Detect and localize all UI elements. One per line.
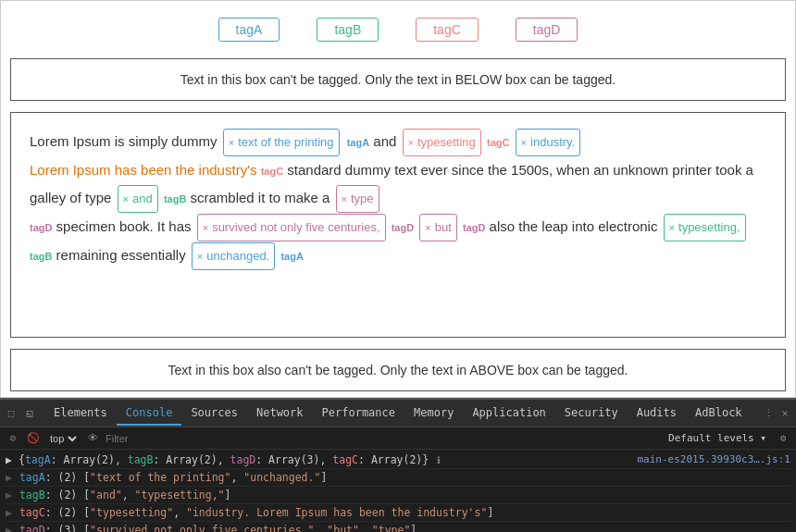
chip-d-type[interactable]: ×type bbox=[336, 185, 379, 213]
context-selector[interactable]: top bbox=[46, 432, 80, 445]
devtools-tabs: ⬚ ◱ Elements Console Sources Network Per… bbox=[0, 400, 796, 427]
devtools-responsive-icon[interactable]: ◱ bbox=[22, 406, 37, 421]
chip-d-but[interactable]: ×but bbox=[419, 214, 457, 241]
console-filter-icon[interactable]: 🚫 bbox=[26, 431, 41, 446]
tab-sources[interactable]: Sources bbox=[181, 402, 247, 426]
text-content: Lorem Ipsum is simply dummy ×text of the… bbox=[30, 133, 753, 263]
chip-d-survived[interactable]: ×survived not only five centuries, bbox=[197, 214, 386, 241]
devtools-more-icon[interactable]: ⋮ bbox=[761, 406, 776, 421]
tag-button-b[interactable]: tagB bbox=[317, 18, 379, 42]
console-link[interactable]: main-es2015.39930c3….js:1 bbox=[637, 452, 790, 466]
console-line-3: ▶ tagC: (2) ["typesetting", "industry. L… bbox=[6, 504, 790, 522]
devtools-inspect-icon[interactable]: ⬚ bbox=[4, 406, 19, 421]
console-output: ▶ {tagA: Array(2), tagB: Array(2), tagD:… bbox=[0, 450, 796, 532]
tab-adblock[interactable]: AdBlock bbox=[686, 402, 752, 426]
tag-button-a[interactable]: tagA bbox=[218, 18, 280, 42]
console-line-4: ▶ tagD: (3) ["survived not only five cen… bbox=[6, 522, 790, 532]
chip-c-typesetting[interactable]: ×typesetting bbox=[403, 129, 481, 156]
expand-arrow-0[interactable]: ▶ bbox=[6, 452, 15, 467]
tags-bar: tagA tagB tagC tagD bbox=[1, 1, 795, 53]
devtools-panel: ⬚ ◱ Elements Console Sources Network Per… bbox=[0, 398, 796, 532]
tab-audits[interactable]: Audits bbox=[628, 402, 686, 426]
console-line-2: ▶ tagB: (2) ["and", "typesetting,"] bbox=[6, 487, 790, 504]
chip-a-unchanged[interactable]: ×unchanged. bbox=[192, 242, 275, 270]
console-line-1: ▶ tagA: (2) ["text of the printing", "un… bbox=[6, 469, 790, 487]
devtools-close-icon[interactable]: ✕ bbox=[777, 406, 792, 421]
levels-selector[interactable]: Default levels ▾ bbox=[668, 432, 766, 444]
console-clear-icon[interactable]: ⊘ bbox=[6, 431, 20, 446]
devtools-toolbar: ⊘ 🚫 top 👁 Default levels ▾ ⚙ bbox=[0, 427, 796, 450]
tag-button-c[interactable]: tagC bbox=[416, 18, 479, 42]
chip-b-and[interactable]: ×and bbox=[118, 185, 158, 213]
tab-application[interactable]: Application bbox=[463, 402, 554, 426]
tab-security[interactable]: Security bbox=[555, 402, 628, 426]
chip-a-industry[interactable]: ×industry. bbox=[516, 129, 581, 156]
info-box-bottom: Text in this box also can't be tagged. O… bbox=[10, 349, 786, 391]
chip-a-printing[interactable]: ×text of the printing bbox=[223, 129, 340, 156]
console-line-0: ▶ {tagA: Array(2), tagB: Array(2), tagD:… bbox=[6, 452, 790, 469]
eye-icon[interactable]: 👁 bbox=[85, 431, 100, 446]
tab-console[interactable]: Console bbox=[117, 402, 182, 426]
tab-elements[interactable]: Elements bbox=[44, 402, 117, 426]
main-content: tagA tagB tagC tagD Text in this box can… bbox=[0, 0, 796, 398]
tab-performance[interactable]: Performance bbox=[313, 402, 404, 426]
text-box-main: Lorem Ipsum is simply dummy ×text of the… bbox=[10, 112, 786, 338]
info-box-top: Text in this box can't be tagged. Only t… bbox=[10, 58, 786, 101]
tab-memory[interactable]: Memory bbox=[404, 402, 463, 426]
console-filter-input[interactable] bbox=[106, 433, 663, 444]
tab-network[interactable]: Network bbox=[247, 402, 313, 426]
console-settings-icon[interactable]: ⚙ bbox=[776, 431, 790, 446]
chip-b-typesetting[interactable]: ×typesetting, bbox=[664, 214, 746, 241]
tag-button-d[interactable]: tagD bbox=[516, 18, 578, 42]
